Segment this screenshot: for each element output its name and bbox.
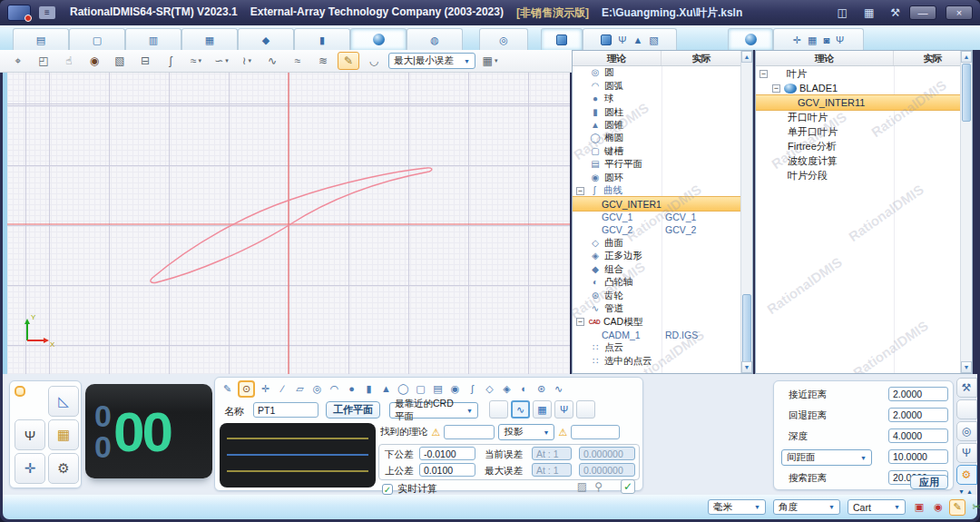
upper-tol-input[interactable]: 0.0100	[419, 463, 475, 477]
gear-icon[interactable]: ⚙	[956, 465, 977, 485]
ribbon-tab[interactable]: Ψ▲▧	[583, 28, 677, 50]
expand-toggle-icon[interactable]	[760, 70, 768, 78]
tree-item[interactable]: GCV_INTER1	[573, 197, 740, 210]
feature-tree-scrollbar[interactable]: ▲ ▼	[740, 51, 752, 373]
angle-unit-dropdown[interactable]: 角度	[773, 499, 840, 515]
scroll-thumb[interactable]	[962, 64, 971, 122]
tree-item[interactable]: ∿ 管道	[573, 302, 740, 315]
cone-icon[interactable]: ▲	[379, 381, 393, 397]
lower-tol-input[interactable]: -0.0100	[419, 447, 475, 460]
ribbon-tab[interactable]	[350, 28, 407, 50]
col-theory[interactable]: 理论	[756, 51, 894, 65]
zoom-region-icon[interactable]: ◰	[33, 52, 54, 70]
ribbon-tab[interactable]	[728, 28, 773, 50]
curve-tool2-icon[interactable]: ∽	[211, 52, 232, 70]
probe-curve-icon[interactable]: ʃ	[160, 52, 181, 70]
surface-icon[interactable]: ◇	[483, 381, 496, 397]
feature-name-input[interactable]: PT1	[253, 402, 318, 418]
scroll-up-icon[interactable]: ▲	[961, 51, 972, 63]
ribbon-tab[interactable]: ▦	[181, 28, 238, 50]
tree-item[interactable]: ◉ 圆环	[573, 172, 740, 184]
crd-plane-dropdown[interactable]: 最靠近的CRD平面	[389, 402, 478, 419]
parallel-planes-icon[interactable]: ▤	[431, 381, 445, 397]
ellipse-icon[interactable]: ◯	[397, 381, 410, 397]
workvolume-icon[interactable]: ▣	[911, 499, 927, 516]
shield-cube-icon[interactable]	[956, 399, 977, 419]
tree-item[interactable]: ◆ 组合	[573, 263, 740, 276]
joystick-status-icon[interactable]: ◫	[838, 6, 848, 19]
gear-shape-icon[interactable]: ⊛	[534, 381, 548, 397]
graph-icon[interactable]: ∿	[511, 400, 530, 419]
arc-icon[interactable]: ◠	[328, 381, 341, 397]
ribbon-tab[interactable]: ▢	[69, 28, 125, 50]
menu-list-icon[interactable]: ≡	[39, 6, 55, 19]
plane-icon[interactable]: ▱	[293, 381, 307, 397]
line-icon[interactable]: ∕	[276, 381, 289, 397]
tree-item[interactable]: ▢ 键槽	[573, 145, 740, 158]
coord-system-dropdown[interactable]: Cart	[848, 499, 906, 515]
col-actual[interactable]: 实际	[662, 51, 741, 65]
axes-icon[interactable]: ✛	[15, 453, 45, 484]
tree-item[interactable]: ʃ 曲线	[573, 184, 740, 197]
probe-status-icon[interactable]: ⚒	[890, 6, 900, 19]
expand-toggle-icon[interactable]	[576, 187, 584, 195]
tree-item[interactable]: GCV_2 GCV_2	[573, 223, 740, 236]
scroll-up-icon[interactable]: ▲	[741, 51, 752, 63]
pen-status-icon[interactable]: ✎	[949, 499, 965, 516]
close-button[interactable]: ×	[946, 5, 973, 20]
tree-item[interactable]: ◇ 曲面	[573, 237, 740, 250]
tree-item[interactable]: ◎ 圆	[573, 66, 740, 79]
camera-probe-icon[interactable]: ⚲	[594, 480, 603, 493]
blade-tree-scrollbar[interactable]: ▲ ▼	[960, 51, 972, 373]
tree-item[interactable]: Firtree分析	[756, 139, 960, 153]
wave2-icon[interactable]: ≈	[287, 52, 309, 70]
report-layout-button[interactable]: ▦	[479, 52, 501, 70]
wave1-icon[interactable]: ∿	[261, 52, 283, 70]
minimize-button[interactable]: —	[909, 5, 936, 20]
probe-head-icon[interactable]: Ψ	[15, 419, 45, 450]
probe-cube2-icon[interactable]: Ψ	[956, 443, 977, 463]
ribbon-tab[interactable]: ✛▦◙Ψ	[773, 28, 864, 50]
ribbon-tab[interactable]	[541, 28, 583, 50]
confirm-check-button[interactable]: ✓	[621, 479, 635, 494]
ribbon-tab[interactable]: ◎	[479, 28, 528, 50]
probe-ball-icon[interactable]: ◉	[930, 499, 946, 516]
strip-collapse-icon[interactable]: ▼▲	[958, 488, 975, 495]
tree-item[interactable]: ● 球	[573, 93, 740, 105]
ribbon-tab[interactable]: ▤	[13, 28, 69, 50]
tree-item[interactable]: ▮ 圆柱	[573, 105, 740, 118]
tree-item[interactable]: 波纹度计算	[756, 153, 960, 168]
expand-toggle-icon[interactable]	[576, 318, 584, 326]
cube-table-icon[interactable]	[576, 400, 595, 419]
tree-item[interactable]: ◈ 正多边形	[573, 250, 740, 262]
ribbon-tab[interactable]: ▮	[294, 28, 350, 50]
expand-toggle-icon[interactable]	[772, 84, 780, 93]
tree-item[interactable]: GCV_1 GCV_1	[573, 211, 740, 223]
search-cube-icon[interactable]: ◎	[956, 421, 977, 441]
scroll-down-icon[interactable]: ▼	[961, 361, 972, 373]
polygon-icon[interactable]: ◈	[500, 381, 514, 397]
slider-icon[interactable]: ⊟	[134, 52, 156, 70]
ring-icon[interactable]: ◉	[448, 381, 462, 397]
tree-item[interactable]: 叶片	[756, 66, 960, 81]
tree-item[interactable]: ▲ 圆锥	[573, 119, 740, 132]
curve-tool3-icon[interactable]: ≀	[236, 52, 258, 70]
tree-item[interactable]: ▤ 平行平面	[573, 158, 740, 171]
error-mode-dropdown[interactable]: 最大|最小误差	[388, 53, 475, 69]
tree-item[interactable]: CADM_1 RD.IGS	[573, 329, 740, 341]
tree-item[interactable]: ◐ 凸轮轴	[573, 276, 740, 289]
scroll-down-icon[interactable]: ▼	[741, 361, 752, 373]
wave3-icon[interactable]: ≋	[312, 52, 334, 70]
workplane-button[interactable]: 工作平面	[326, 401, 380, 419]
param-input[interactable]: 4.0000	[888, 428, 948, 443]
tree-item[interactable]: ∷ 选中的点云	[573, 355, 740, 368]
col-theory[interactable]: 理论	[573, 51, 662, 65]
tree-item[interactable]: GCV_INTER11	[756, 95, 960, 110]
report-board-icon[interactable]: ▨	[577, 480, 587, 493]
select-region-icon[interactable]: ▧	[109, 52, 131, 70]
tree-item[interactable]: 单开口叶片	[756, 124, 960, 139]
curve-icon[interactable]: ʃ	[466, 381, 479, 397]
param-input[interactable]: 2.0000	[888, 408, 948, 422]
probe-cube-icon[interactable]	[15, 386, 25, 397]
ribbon-tab[interactable]: ▥	[125, 28, 181, 50]
